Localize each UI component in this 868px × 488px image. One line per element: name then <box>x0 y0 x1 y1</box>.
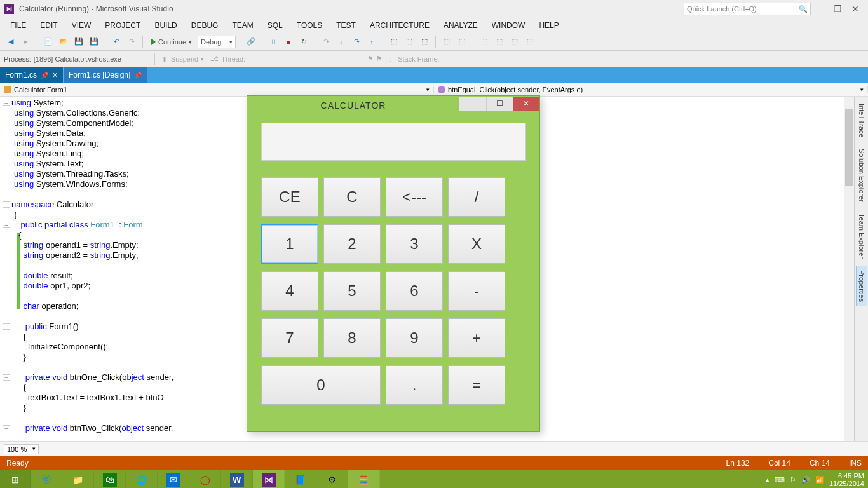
process-dropdown[interactable]: [1896] Calculator.vshost.exe <box>34 55 148 63</box>
menu-analyze[interactable]: ANALYZE <box>437 20 484 31</box>
taskbar-word[interactable]: W <box>221 470 253 488</box>
quick-launch-input[interactable]: Quick Launch (Ctrl+Q) 🔍 <box>684 3 811 15</box>
zoom-dropdown[interactable]: 100 % <box>4 444 39 454</box>
calculator-maximize-button[interactable]: ☐ <box>486 97 513 111</box>
taskbar-ie[interactable]: ⓔ <box>31 470 62 488</box>
menu-team[interactable]: TEAM <box>226 20 259 31</box>
open-file-button[interactable]: 📂 <box>57 35 71 49</box>
calculator-titlebar[interactable]: CALCULATOR — ☐ ✕ <box>247 96 539 115</box>
vertical-scrollbar[interactable] <box>844 97 854 441</box>
menu-file[interactable]: FILE <box>4 20 32 31</box>
close-icon[interactable]: ✕ <box>52 71 58 79</box>
menu-test[interactable]: TEST <box>330 20 362 31</box>
calculator-close-button[interactable]: ✕ <box>513 97 539 111</box>
menu-project[interactable]: PROJECT <box>98 20 147 31</box>
taskbar-opera[interactable]: ◯ <box>189 470 221 488</box>
calc-btn-0[interactable]: 0 <box>261 365 381 405</box>
intellitrace-button[interactable]: ⬚ <box>387 35 401 49</box>
pin-icon[interactable]: 📌 <box>41 72 48 79</box>
find-button[interactable]: ⬚ <box>417 35 431 49</box>
calc-btn-divide[interactable]: / <box>448 177 505 217</box>
calc-btn-1[interactable]: 1 <box>261 224 318 264</box>
calc-btn-7[interactable]: 7 <box>261 318 318 358</box>
taskbar-mail[interactable]: ✉ <box>158 470 189 488</box>
menu-sql[interactable]: SQL <box>261 20 289 31</box>
calc-btn-9[interactable]: 9 <box>386 318 443 358</box>
calc-btn-subtract[interactable]: - <box>448 271 505 311</box>
calc-btn-multiply[interactable]: X <box>448 224 505 264</box>
config-dropdown[interactable]: Debug <box>198 36 236 48</box>
tray-network-icon[interactable]: 📶 <box>815 476 824 484</box>
calculator-minimize-button[interactable]: — <box>459 97 486 111</box>
minimize-button[interactable]: — <box>811 4 829 14</box>
step-over-button[interactable]: ↷ <box>349 35 363 49</box>
taskbar-explorer[interactable]: 📁 <box>62 470 94 488</box>
flag-icon[interactable]: ⚑ <box>367 55 374 63</box>
save-button[interactable]: 💾 <box>72 35 86 49</box>
scrollbar-thumb[interactable] <box>845 109 853 186</box>
stop-debug-button[interactable]: ■ <box>281 35 295 49</box>
break-all-button[interactable]: ⏸ <box>266 35 280 49</box>
calc-btn-4[interactable]: 4 <box>261 271 318 311</box>
browser-link-button[interactable]: 🔗 <box>244 35 258 49</box>
tray-action-center-icon[interactable]: ⚐ <box>790 476 796 484</box>
undo-button[interactable]: ↶ <box>109 35 123 49</box>
menu-edit[interactable]: EDIT <box>34 20 64 31</box>
calc-btn-3[interactable]: 3 <box>386 224 443 264</box>
tray-keyboard-icon[interactable]: ⌨ <box>775 476 785 484</box>
show-next-statement-button[interactable]: ↷ <box>319 35 333 49</box>
taskbar-app2[interactable]: ⚙ <box>316 470 348 488</box>
calc-btn-backspace[interactable]: <--- <box>386 177 443 217</box>
step-out-button[interactable]: ↑ <box>365 35 379 49</box>
panel-tab-intellitrace[interactable]: IntelliTrace <box>856 99 867 142</box>
type-nav-dropdown[interactable]: Calculator.Form1 ▾ <box>0 86 434 93</box>
flag2-icon[interactable]: ⚑ <box>376 55 383 63</box>
navigate-back-button[interactable]: ◀ <box>4 35 18 49</box>
redo-button[interactable]: ↷ <box>125 35 139 49</box>
menu-build[interactable]: BUILD <box>148 20 183 31</box>
extra-btn-1[interactable]: ⬚ <box>440 35 454 49</box>
calc-btn-clear[interactable]: C <box>323 177 381 217</box>
calc-btn-6[interactable]: 6 <box>386 271 443 311</box>
tray-volume-icon[interactable]: 🔊 <box>801 476 810 484</box>
tray-show-hidden-icon[interactable]: ▴ <box>766 476 770 484</box>
pin-icon[interactable]: 📌 <box>134 72 142 79</box>
extra-btn-4[interactable]: ⬚ <box>492 35 506 49</box>
panel-tab-properties[interactable]: Properties <box>856 266 867 306</box>
extra-btn-2[interactable]: ⬚ <box>455 35 469 49</box>
navigate-forward-button[interactable]: ▸ <box>19 35 33 49</box>
restore-button[interactable]: ❐ <box>829 4 846 14</box>
taskbar-chrome[interactable]: 🌐 <box>126 470 158 488</box>
tab-form1-cs[interactable]: Form1.cs📌✕ <box>0 67 64 83</box>
extra-btn-5[interactable]: ⬚ <box>508 35 522 49</box>
restart-button[interactable]: ↻ <box>297 35 311 49</box>
menu-architecture[interactable]: ARCHITECTURE <box>363 20 436 31</box>
menu-view[interactable]: VIEW <box>65 20 98 31</box>
menu-debug[interactable]: DEBUG <box>185 20 225 31</box>
extra-btn-6[interactable]: ⬚ <box>523 35 537 49</box>
tray-clock[interactable]: 6:45 PM 11/25/2014 <box>829 472 864 487</box>
calc-btn-5[interactable]: 5 <box>323 271 381 311</box>
extra-btn-3[interactable]: ⬚ <box>477 35 491 49</box>
flag3-icon[interactable]: ⬚ <box>385 55 391 63</box>
menu-window[interactable]: WINDOW <box>485 20 532 31</box>
new-project-button[interactable]: 📄 <box>41 35 55 49</box>
close-button[interactable]: ✕ <box>846 4 864 14</box>
continue-button[interactable]: Continue ▾ <box>147 36 196 48</box>
taskbar-calculator[interactable]: 🧮 <box>348 470 380 488</box>
start-button[interactable]: ⊞ <box>0 470 31 488</box>
calculator-display[interactable] <box>261 123 526 161</box>
taskbar-app1[interactable]: 📘 <box>285 470 316 488</box>
menu-tools[interactable]: TOOLS <box>290 20 329 31</box>
calc-btn-clear-entry[interactable]: CE <box>261 177 318 217</box>
calc-btn-equals[interactable]: = <box>448 365 505 405</box>
step-into-button[interactable]: ↓ <box>334 35 348 49</box>
taskbar-visualstudio[interactable]: ⋈ <box>253 470 285 488</box>
hex-button[interactable]: ⬚ <box>402 35 416 49</box>
tab-form1-cs-design-[interactable]: Form1.cs [Design]📌 <box>64 67 147 83</box>
panel-tab-solution-explorer[interactable]: Solution Explorer <box>856 144 867 207</box>
save-all-button[interactable]: 💾 <box>87 35 101 49</box>
calc-btn-add[interactable]: + <box>448 318 505 358</box>
calc-btn-8[interactable]: 8 <box>323 318 381 358</box>
calc-btn-2[interactable]: 2 <box>323 224 381 264</box>
